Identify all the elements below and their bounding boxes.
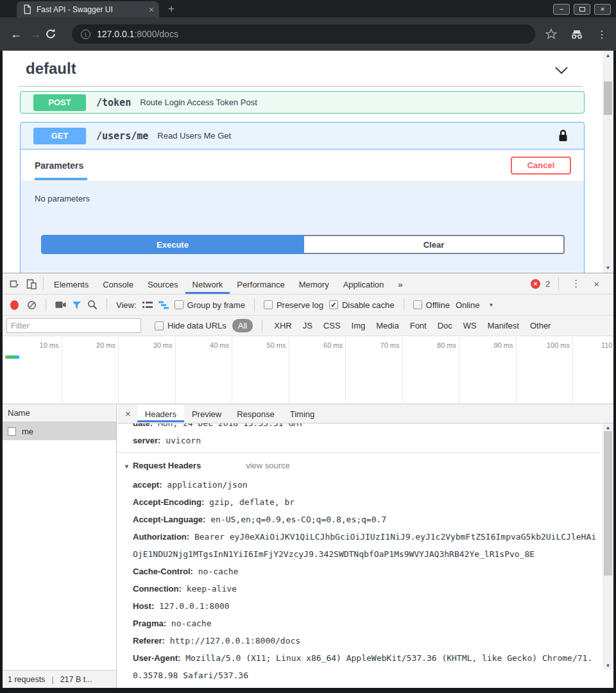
url-path: :8000/docs	[134, 29, 178, 39]
filter-funnel-icon[interactable]	[72, 301, 81, 309]
scrollbar-thumb[interactable]	[604, 431, 612, 576]
filter-type-all[interactable]: All	[232, 319, 253, 332]
preserve-log-checkbox[interactable]: Preserve log	[264, 300, 323, 310]
devtools-menu-icon[interactable]: ⋮	[567, 278, 585, 289]
timeline-tick: 110	[573, 337, 613, 404]
filter-type-css[interactable]: CSS	[321, 321, 343, 330]
view-list-icon[interactable]	[142, 301, 153, 309]
devtools-tab-sources[interactable]: Sources	[141, 274, 185, 294]
header-row: Cache-Control: no-cache	[133, 563, 600, 580]
scroll-up-icon[interactable]: ▲	[603, 425, 613, 431]
view-label: View:	[116, 300, 137, 310]
hide-data-urls-checkbox[interactable]: Hide data URLs	[155, 321, 227, 330]
endpoint-description: Route Login Access Token Post	[140, 98, 257, 107]
devtools-tab-network[interactable]: Network	[185, 274, 230, 294]
filter-input[interactable]	[6, 318, 141, 333]
header-row: accept: application/json	[133, 476, 600, 493]
filter-type-js[interactable]: JS	[300, 321, 315, 330]
header-row: Connection: keep-alive	[133, 580, 600, 597]
devtools-tabbar: Elements Console Sources Network Perform…	[3, 273, 613, 295]
detail-tab-timing[interactable]: Timing	[282, 405, 323, 422]
browser-menu-icon[interactable]: ⋮	[597, 28, 607, 40]
error-badge-icon[interactable]: ×	[531, 279, 540, 289]
execute-button[interactable]: Execute	[41, 235, 304, 254]
timeline-tick: 70 ms	[346, 337, 403, 404]
detail-tab-preview[interactable]: Preview	[184, 405, 229, 422]
reload-icon[interactable]	[45, 28, 64, 40]
devtools-close-icon[interactable]: ×	[590, 278, 603, 289]
browser-tab[interactable]: Fast API - Swagger UI ×	[17, 1, 159, 17]
devtools-tab-application[interactable]: Application	[336, 274, 391, 294]
request-row-me[interactable]: me	[3, 422, 116, 440]
request-headers-title[interactable]: Request Headers	[133, 456, 201, 475]
detail-tab-response[interactable]: Response	[229, 405, 282, 422]
checkbox-unchecked-icon	[175, 300, 184, 309]
devtools-tab-console[interactable]: Console	[96, 274, 141, 294]
window-minimize-button[interactable]: −	[553, 4, 570, 15]
request-favicon-icon	[8, 427, 16, 436]
site-info-icon[interactable]: i	[81, 30, 90, 39]
filter-type-ws[interactable]: WS	[461, 321, 479, 330]
clear-button[interactable]: Clear	[304, 235, 565, 254]
auth-lock-icon[interactable]	[558, 129, 569, 142]
group-by-frame-checkbox[interactable]: Group by frame	[175, 300, 245, 310]
timeline-tick: 90 ms	[459, 337, 517, 404]
clear-requests-icon[interactable]	[27, 300, 37, 310]
filter-type-other[interactable]: Other	[527, 321, 554, 330]
scroll-down-icon[interactable]: ▼	[603, 663, 613, 669]
endpoint-header[interactable]: GET /users/me Read Users Me Get	[21, 123, 584, 150]
address-bar[interactable]: i 127.0.0.1:8000/docs	[72, 24, 535, 44]
name-column-header[interactable]: Name	[3, 404, 116, 422]
window-controls: − ×	[553, 4, 611, 15]
devtools-tab-performance[interactable]: Performance	[230, 274, 291, 294]
new-tab-button[interactable]: +	[168, 3, 175, 15]
inspect-element-icon[interactable]	[6, 278, 23, 289]
filter-type-manifest[interactable]: Manifest	[485, 321, 522, 330]
cancel-button[interactable]: Cancel	[511, 157, 571, 175]
throttling-dropdown[interactable]: Online ▼	[456, 300, 494, 310]
view-source-link[interactable]: view source	[246, 456, 290, 475]
detail-tab-headers[interactable]: Headers	[137, 405, 184, 422]
filter-type-font[interactable]: Font	[407, 321, 429, 330]
scrollbar-thumb[interactable]	[604, 81, 612, 115]
request-count: 1 requests	[8, 675, 45, 684]
devtools-tab-memory[interactable]: Memory	[292, 274, 336, 294]
bookmark-star-icon[interactable]	[545, 28, 557, 40]
search-icon[interactable]	[87, 300, 98, 310]
scroll-up-icon[interactable]: ▲	[603, 53, 613, 58]
collapse-arrow-icon[interactable]: ▼	[124, 458, 130, 476]
parameters-tab[interactable]: Parameters	[35, 160, 83, 171]
filter-type-doc[interactable]: Doc	[435, 321, 455, 330]
devtools-tab-elements[interactable]: Elements	[47, 274, 96, 294]
section-collapse-chevron-icon[interactable]	[554, 66, 569, 74]
filter-type-media[interactable]: Media	[373, 321, 401, 330]
header-row: Accept-Encoding: gzip, deflate, br	[133, 493, 600, 511]
device-toolbar-icon[interactable]	[23, 278, 40, 289]
header-row: date: Mon, 24 Dec 2018 15:55:51 GMT	[133, 424, 600, 432]
back-icon[interactable]: ←	[6, 28, 26, 41]
capture-screenshots-icon[interactable]	[55, 301, 66, 309]
view-waterfall-icon[interactable]	[158, 301, 169, 309]
no-parameters-text: No parameters	[35, 194, 90, 203]
headers-content[interactable]: date: Mon, 24 Dec 2018 15:55:51 GMT serv…	[117, 424, 603, 688]
filter-type-xhr[interactable]: XHR	[271, 321, 294, 330]
network-filter-bar: Hide data URLs All XHR JS CSS Img Media …	[3, 316, 613, 336]
more-tabs-icon[interactable]: »	[391, 274, 409, 294]
tab-close-icon[interactable]: ×	[149, 4, 154, 15]
filter-type-img[interactable]: Img	[349, 321, 368, 330]
forward-icon[interactable]: →	[26, 28, 45, 41]
network-overview-timeline[interactable]: 10 ms 20 ms 30 ms 40 ms 50 ms 60 ms 70 m…	[3, 337, 613, 404]
record-icon[interactable]	[10, 300, 19, 310]
disable-cache-checkbox[interactable]: ✓ Disable cache	[329, 300, 395, 310]
timeline-tick: 50 ms	[232, 337, 289, 404]
window-close-button[interactable]: ×	[594, 4, 611, 15]
window-maximize-button[interactable]	[574, 4, 590, 15]
detail-tabbar: × Headers Preview Response Timing	[117, 404, 613, 424]
scroll-down-icon[interactable]: ▼	[603, 265, 613, 271]
detail-scrollbar[interactable]: ▲ ▼	[603, 424, 613, 670]
endpoint-post-token[interactable]: POST /token Route Login Access Token Pos…	[20, 91, 585, 114]
offline-checkbox[interactable]: Offline	[413, 300, 450, 310]
page-favicon-icon	[23, 4, 31, 14]
detail-close-icon[interactable]: ×	[117, 408, 137, 419]
page-scrollbar[interactable]: ▲ ▼	[603, 51, 613, 273]
